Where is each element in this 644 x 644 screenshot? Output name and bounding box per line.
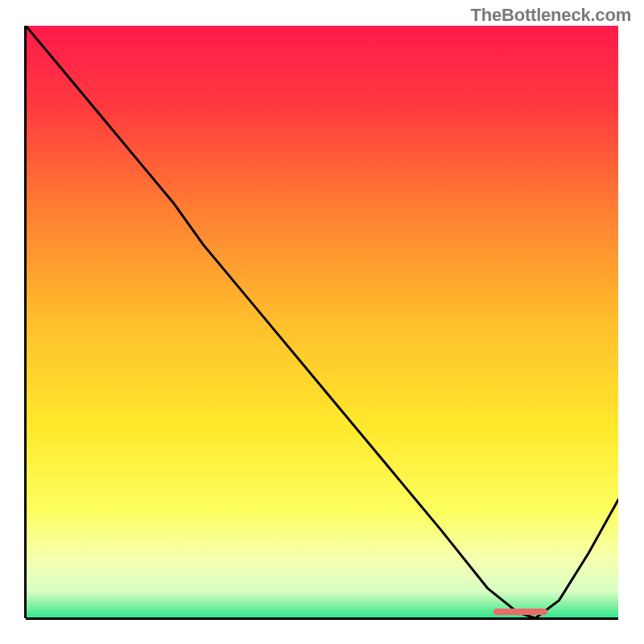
gradient-background — [26, 26, 618, 618]
y-axis — [24, 26, 27, 618]
svg-rect-0 — [26, 26, 618, 618]
watermark-text: TheBottleneck.com — [470, 5, 631, 26]
plot-area — [26, 26, 618, 618]
x-axis — [26, 617, 618, 620]
